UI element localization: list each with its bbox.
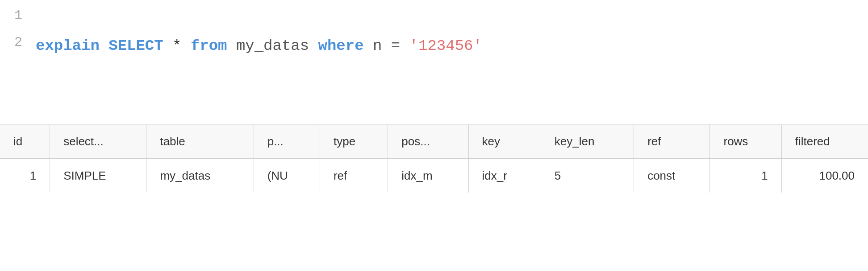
col-select: select... bbox=[50, 125, 146, 159]
cell-table: my_datas bbox=[146, 159, 254, 193]
cell-ref: const bbox=[634, 159, 710, 193]
col-filtered: filtered bbox=[781, 125, 868, 159]
col-table: table bbox=[146, 125, 254, 159]
string-value: '123456' bbox=[409, 37, 482, 54]
cell-id: 1 bbox=[0, 159, 50, 193]
code-editor[interactable]: 1 2 explain SELECT * from my_datas where… bbox=[0, 0, 868, 125]
cell-filtered: 100.00 bbox=[781, 159, 868, 193]
code-line-1: 1 bbox=[0, 4, 868, 30]
results-table-section: id select... table p... type pos... key … bbox=[0, 125, 868, 193]
col-id: id bbox=[0, 125, 50, 159]
table-name: my_datas bbox=[236, 37, 318, 54]
keyword-where: where bbox=[318, 37, 364, 54]
cell-type: ref bbox=[320, 159, 388, 193]
cell-possible-keys: idx_m bbox=[388, 159, 468, 193]
cell-rows: 1 bbox=[710, 159, 781, 193]
keyword-select: SELECT bbox=[108, 37, 163, 54]
cell-key: idx_r bbox=[468, 159, 541, 193]
col-key: key bbox=[468, 125, 541, 159]
col-pos: pos... bbox=[388, 125, 468, 159]
table-header-row: id select... table p... type pos... key … bbox=[0, 125, 868, 159]
line-number-1: 1 bbox=[0, 4, 36, 23]
col-p: p... bbox=[254, 125, 320, 159]
col-ref: ref bbox=[634, 125, 710, 159]
cell-key-len: 5 bbox=[541, 159, 634, 193]
operator-star: * bbox=[172, 37, 191, 54]
cell-select-type: SIMPLE bbox=[50, 159, 146, 193]
cell-partitions: (NU bbox=[254, 159, 320, 193]
col-key-len: key_len bbox=[541, 125, 634, 159]
keyword-explain: explain bbox=[36, 37, 100, 54]
col-type: type bbox=[320, 125, 388, 159]
code-content-2: explain SELECT * from my_datas where n =… bbox=[36, 30, 482, 57]
table-row: 1 SIMPLE my_datas (NU ref idx_m idx_r 5 … bbox=[0, 159, 868, 193]
code-line-2: 2 explain SELECT * from my_datas where n… bbox=[0, 30, 868, 57]
col-rows: rows bbox=[710, 125, 781, 159]
condition-lhs: n = bbox=[373, 37, 409, 54]
keyword-from: from bbox=[191, 37, 227, 54]
results-table: id select... table p... type pos... key … bbox=[0, 125, 868, 193]
line-number-2: 2 bbox=[0, 30, 36, 50]
